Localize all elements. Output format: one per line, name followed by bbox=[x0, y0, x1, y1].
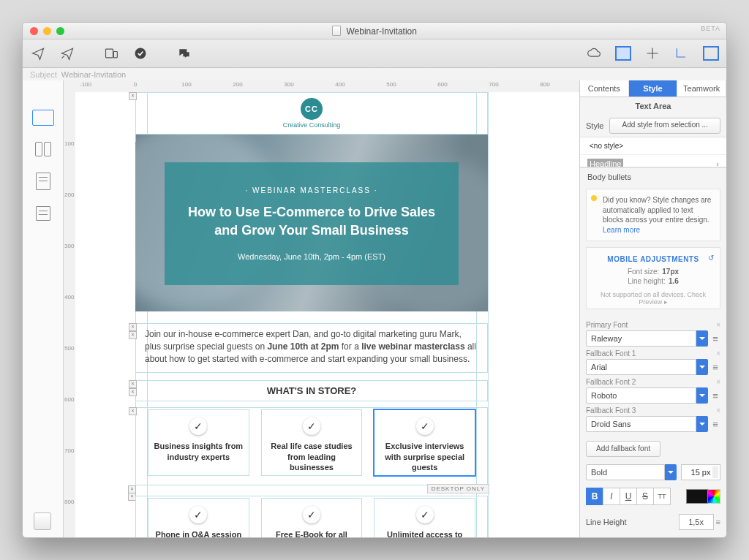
device-plain-icon[interactable] bbox=[36, 206, 50, 221]
zoom-tool-icon[interactable] bbox=[34, 512, 51, 530]
block-handle-icon[interactable]: × bbox=[129, 323, 137, 331]
hero-headline-l2: and Grow Your Small Business bbox=[188, 222, 435, 239]
remove-font-icon[interactable]: × bbox=[716, 321, 720, 329]
pane-header: Text Area bbox=[580, 97, 726, 115]
device-mobile-icon[interactable] bbox=[35, 142, 51, 156]
inspector-panel: Contents Style Teamwork Text Area Style … bbox=[579, 80, 726, 537]
document-title: Webinar-Invitation bbox=[346, 26, 417, 37]
svg-rect-1 bbox=[113, 52, 117, 58]
color-picker-icon[interactable] bbox=[708, 489, 720, 504]
beta-badge: BETA bbox=[701, 25, 720, 32]
menu-icon[interactable]: ≡ bbox=[716, 518, 720, 526]
section-heading-block[interactable]: × × WHAT'S IN STORE? bbox=[135, 380, 488, 401]
hero-block[interactable]: × · WEBINAR MASTERCLASS · How to Use E-C… bbox=[135, 135, 488, 311]
remove-font-icon[interactable]: × bbox=[716, 406, 720, 415]
add-fallback-font-button[interactable]: Add fallback font bbox=[586, 441, 660, 457]
feature-card[interactable]: ✓ Real life case studies from leading bu… bbox=[261, 409, 363, 476]
window-zoom-icon[interactable] bbox=[56, 27, 64, 35]
send-test-icon[interactable] bbox=[30, 45, 46, 61]
brand-logo: CC bbox=[301, 98, 323, 120]
feature-text: Business insights from industry experts bbox=[153, 441, 244, 462]
feature-card[interactable]: ✓ Phone in Q&A session with our experts bbox=[148, 498, 249, 537]
corner-guide-icon[interactable] bbox=[674, 45, 690, 61]
tab-contents[interactable]: Contents bbox=[580, 80, 629, 97]
mobile-font-size: 17px bbox=[662, 268, 679, 276]
block-handle-icon[interactable]: × bbox=[129, 380, 137, 388]
feature-text: Phone in Q&A session with our experts bbox=[153, 529, 244, 537]
feature-card[interactable]: ✓ Free E-Book for all participants, wort… bbox=[261, 498, 363, 537]
menu-icon[interactable]: ≡ bbox=[710, 419, 720, 430]
font-size-stepper[interactable]: 15 px bbox=[681, 464, 720, 480]
menu-icon[interactable]: ≡ bbox=[710, 362, 720, 373]
brand-name: Creative Consulting bbox=[283, 121, 341, 129]
intro-block[interactable]: × × Join our in-house e-commerce expert … bbox=[135, 323, 488, 373]
intro-text[interactable]: Join our in-house e-commerce expert Dan,… bbox=[136, 324, 487, 372]
svg-rect-0 bbox=[106, 49, 113, 58]
style-item-none[interactable]: <no style> bbox=[580, 137, 726, 155]
dropdown-icon bbox=[696, 359, 708, 375]
chat-icon[interactable] bbox=[176, 45, 192, 61]
menu-icon[interactable]: ≡ bbox=[710, 390, 720, 401]
menu-icon[interactable]: ≡ bbox=[710, 333, 720, 344]
desktop-only-badge: DESKTOP ONLY bbox=[427, 484, 489, 493]
feature-text: Unlimited access to webinar recording bbox=[379, 529, 470, 537]
svg-point-2 bbox=[135, 48, 146, 59]
strikethrough-button[interactable]: S bbox=[636, 488, 654, 505]
mobile-adjustments: ↺ MOBILE ADJUSTMENTS Font size:17px Line… bbox=[586, 247, 720, 309]
text-color-swatch[interactable] bbox=[686, 489, 708, 504]
layout-panel-left-icon[interactable] bbox=[615, 46, 631, 61]
smallcaps-button[interactable]: TT bbox=[653, 488, 671, 505]
learn-more-link[interactable]: Learn more bbox=[603, 226, 640, 234]
bold-button[interactable]: B bbox=[586, 488, 603, 505]
block-handle-icon[interactable]: × bbox=[129, 92, 137, 100]
brand-block[interactable]: × CC Creative Consulting bbox=[135, 92, 488, 135]
window-close-icon[interactable] bbox=[30, 27, 38, 35]
mobile-line-height: 1.6 bbox=[669, 277, 679, 285]
inspector-tabs: Contents Style Teamwork bbox=[580, 80, 726, 97]
text-format-toolbar: B I U S TT bbox=[580, 483, 726, 510]
editor-canvas[interactable]: -100 0 100 200 300 400 500 600 700 800 1… bbox=[64, 80, 579, 537]
check-icon: ✓ bbox=[303, 417, 320, 435]
device-desktop-icon[interactable] bbox=[32, 110, 54, 126]
fallback-font-3-select[interactable]: Droid Sans≡ bbox=[586, 416, 720, 432]
style-item-headline[interactable]: Headline› bbox=[580, 155, 726, 167]
check-icon: ✓ bbox=[416, 506, 434, 523]
lightbulb-icon bbox=[591, 195, 597, 201]
block-handle-icon[interactable]: × bbox=[129, 407, 137, 415]
line-height-stepper[interactable]: 1,5x bbox=[679, 514, 714, 530]
style-list: <no style> Headline› Body› Title› Body b… bbox=[580, 137, 726, 167]
undo-icon[interactable]: ↺ bbox=[708, 254, 714, 262]
ruler-horizontal: -100 0 100 200 300 400 500 600 700 800 bbox=[64, 80, 579, 93]
features-row-2[interactable]: ✓ Phone in Q&A session with our experts … bbox=[135, 496, 488, 537]
snap-center-icon[interactable] bbox=[644, 45, 660, 61]
tab-style[interactable]: Style bbox=[629, 80, 678, 97]
layout-panel-right-icon[interactable] bbox=[703, 46, 719, 61]
remove-font-icon[interactable]: × bbox=[716, 378, 720, 386]
send-icon[interactable] bbox=[59, 45, 75, 61]
features-row-1[interactable]: × ✓ Business insights from industry expe… bbox=[135, 407, 488, 485]
italic-button[interactable]: I bbox=[603, 488, 620, 505]
block-handle-icon[interactable]: × bbox=[129, 331, 137, 339]
feature-card-selected[interactable]: ✓ Exclusive interviews with surprise spe… bbox=[374, 409, 475, 476]
underline-button[interactable]: U bbox=[620, 488, 637, 505]
feature-card[interactable]: ✓ Unlimited access to webinar recording bbox=[374, 498, 475, 537]
subject-label: Subject bbox=[30, 70, 57, 79]
cloud-sync-icon[interactable] bbox=[586, 45, 602, 61]
add-style-button[interactable]: Add style from selection ... bbox=[609, 118, 720, 134]
mobile-note: Not supported on all devices. Check Prev… bbox=[594, 291, 712, 306]
remove-font-icon[interactable]: × bbox=[716, 349, 720, 357]
block-handle-icon[interactable]: × bbox=[129, 388, 137, 396]
primary-font-select[interactable]: Raleway≡ bbox=[586, 330, 720, 347]
fallback-font-1-select[interactable]: Arial≡ bbox=[586, 359, 720, 375]
check-circle-icon[interactable] bbox=[132, 45, 148, 61]
device-text-icon[interactable] bbox=[36, 173, 50, 190]
window-minimize-icon[interactable] bbox=[43, 27, 51, 35]
check-icon: ✓ bbox=[416, 417, 434, 435]
font-weight-select[interactable]: Bold bbox=[586, 464, 677, 480]
devices-icon[interactable] bbox=[103, 45, 119, 61]
feature-card[interactable]: ✓ Business insights from industry expert… bbox=[148, 409, 249, 476]
subject-value: Webinar-Invitation bbox=[61, 70, 126, 79]
tab-teamwork[interactable]: Teamwork bbox=[677, 80, 726, 97]
section-heading: WHAT'S IN STORE? bbox=[136, 381, 487, 401]
fallback-font-2-select[interactable]: Roboto≡ bbox=[586, 387, 720, 404]
